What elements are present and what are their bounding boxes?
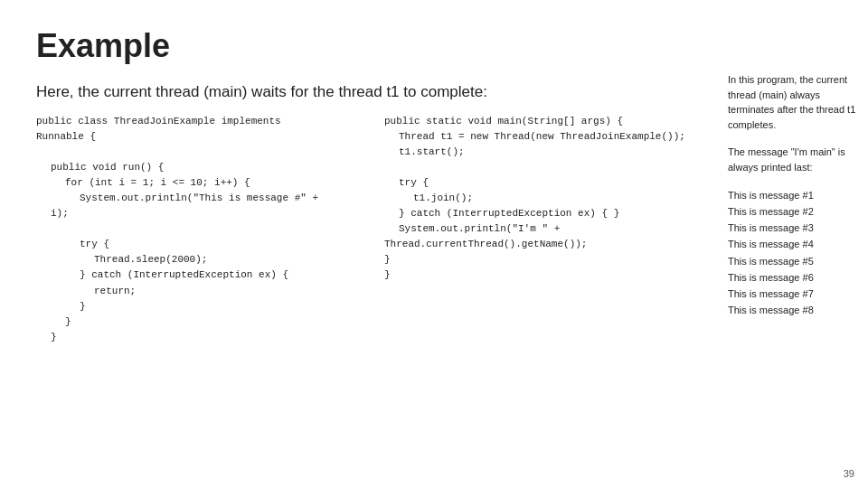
sidebar-note1: In this program, the current thread (mai… bbox=[728, 72, 859, 132]
code-r-line-4: try { bbox=[384, 177, 429, 188]
sidebar-msg-2: This is message #2 bbox=[728, 203, 859, 220]
code-section: public class ThreadJoinExample implement… bbox=[36, 114, 723, 345]
code-line-7: try { bbox=[36, 239, 109, 249]
sidebar-msg-3: This is message #3 bbox=[728, 220, 859, 236]
code-r-line-8: } bbox=[384, 254, 391, 265]
slide-subtitle: Here, the current thread (main) waits fo… bbox=[36, 83, 832, 101]
code-line-11: } bbox=[36, 301, 86, 312]
code-line-8: Thread.sleep(2000); bbox=[36, 254, 207, 265]
slide-title: Example bbox=[36, 27, 832, 65]
code-line-10: return; bbox=[36, 286, 136, 296]
code-line-12: } bbox=[36, 316, 71, 327]
sidebar: In this program, the current thread (mai… bbox=[719, 72, 868, 318]
code-r-line-5: t1.join(); bbox=[384, 192, 473, 203]
code-line-13: } bbox=[36, 332, 57, 343]
code-r-line-9: } bbox=[384, 269, 391, 280]
slide: Example Here, the current thread (main) … bbox=[0, 0, 868, 488]
code-line-5: System.out.println("This is message #" + bbox=[36, 192, 318, 203]
code-r-line-1: public static void main(String[] args) { bbox=[384, 116, 623, 127]
sidebar-messages: This is message #1 This is message #2 Th… bbox=[728, 187, 859, 318]
code-line-6: i); bbox=[36, 208, 69, 219]
code-left: public class ThreadJoinExample implement… bbox=[36, 114, 375, 345]
code-line-1: public class ThreadJoinExample implement… bbox=[36, 116, 281, 127]
sidebar-msg-1: This is message #1 bbox=[728, 187, 859, 203]
sidebar-msg-5: This is message #5 bbox=[728, 253, 859, 269]
code-line-3: public void run() { bbox=[36, 162, 164, 173]
sidebar-msg-8: This is message #8 bbox=[728, 302, 859, 318]
code-r-line-7: System.out.println("I'm " + Thread.curre… bbox=[384, 223, 587, 249]
code-right: public static void main(String[] args) {… bbox=[375, 114, 723, 345]
sidebar-msg-7: This is message #7 bbox=[728, 286, 859, 302]
code-line-2: Runnable { bbox=[36, 131, 96, 142]
code-r-line-2: Thread t1 = new Thread(new ThreadJoinExa… bbox=[384, 131, 685, 142]
code-r-line-3: t1.start(); bbox=[384, 146, 465, 157]
sidebar-note2: The message "I'm main" is always printed… bbox=[728, 145, 859, 174]
code-r-line-6: } catch (InterruptedException ex) { } bbox=[384, 208, 619, 219]
sidebar-msg-6: This is message #6 bbox=[728, 269, 859, 286]
code-line-4: for (int i = 1; i <= 10; i++) { bbox=[36, 177, 250, 188]
page-number: 39 bbox=[844, 468, 854, 479]
code-line-9: } catch (InterruptedException ex) { bbox=[36, 269, 288, 280]
sidebar-msg-4: This is message #4 bbox=[728, 236, 859, 252]
